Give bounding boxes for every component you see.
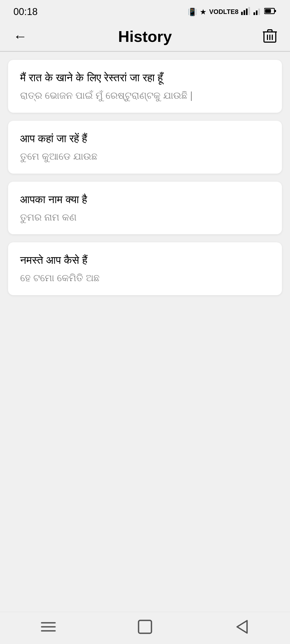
bluetooth-icon: ★ (200, 8, 206, 16)
svg-rect-4 (253, 12, 255, 15)
status-icons: 📳 ★ VODLTE8 (188, 7, 277, 17)
history-card-1[interactable]: मैं रात के खाने के लिए रेस्तरां जा रहा ह… (8, 60, 282, 113)
battery-icon (264, 8, 277, 16)
svg-rect-6 (258, 9, 260, 15)
card-primary-text-4: नमस्ते आप कैसे हैं (20, 253, 270, 267)
vibrate-icon: 📳 (188, 8, 197, 16)
card-primary-text-2: आप कहां जा रहें हैं (20, 131, 270, 145)
back-button[interactable]: ← (11, 28, 30, 44)
card-secondary-text-2: ତୁମେ କୁଆଡେ ଯାଉଛ (20, 150, 270, 163)
svg-rect-0 (241, 12, 243, 15)
svg-marker-22 (237, 621, 247, 633)
svg-rect-2 (246, 9, 248, 15)
volte-icon: VODLTE8 (209, 8, 238, 16)
home-button[interactable] (134, 616, 156, 638)
svg-rect-5 (256, 10, 258, 15)
history-card-3[interactable]: आपका नाम क्या हैତୁମର ନାମ କଣ (8, 182, 282, 235)
history-card-4[interactable]: नमस्ते आप कैसे हैंହେ ଟମୋ କେମିତି ଅଛ (8, 242, 282, 295)
svg-rect-1 (244, 10, 245, 15)
card-primary-text-1: मैं रात के खाने के लिए रेस्तरां जा रहा ह… (20, 71, 270, 85)
signal1-icon (241, 7, 251, 17)
signal2-icon (253, 7, 262, 17)
card-secondary-text-4: ହେ ଟମୋ କେମିତି ଅଛ (20, 272, 270, 284)
back-nav-button[interactable] (231, 616, 252, 638)
svg-rect-9 (265, 9, 271, 13)
history-card-2[interactable]: आप कहां जा रहें हैंତୁମେ କୁଆଡେ ଯାଉଛ (8, 121, 282, 174)
card-secondary-text-3: ତୁମର ନାମ କଣ (20, 211, 270, 224)
bottom-nav (0, 612, 290, 644)
status-bar: 00:18 📳 ★ VODLTE8 (0, 0, 290, 21)
delete-button[interactable] (260, 29, 279, 44)
card-secondary-text-1: ରାତ୍ର ଭୋଜନ ପାଇଁ ମୁଁ ରେଷ୍ଟୁରାଣ୍ଟକୁ ଯାଉଛି … (20, 89, 270, 102)
nav-bar: ← History (0, 21, 290, 51)
svg-rect-21 (139, 620, 151, 633)
menu-button[interactable] (38, 616, 59, 638)
card-primary-text-3: आपका नाम क्या है (20, 192, 270, 206)
svg-rect-8 (274, 10, 276, 12)
svg-rect-3 (248, 7, 250, 15)
history-list: मैं रात के खाने के लिए रेस्तरां जा रहा ह… (0, 52, 290, 612)
status-time: 00:18 (13, 6, 38, 17)
page-title: History (30, 27, 260, 45)
